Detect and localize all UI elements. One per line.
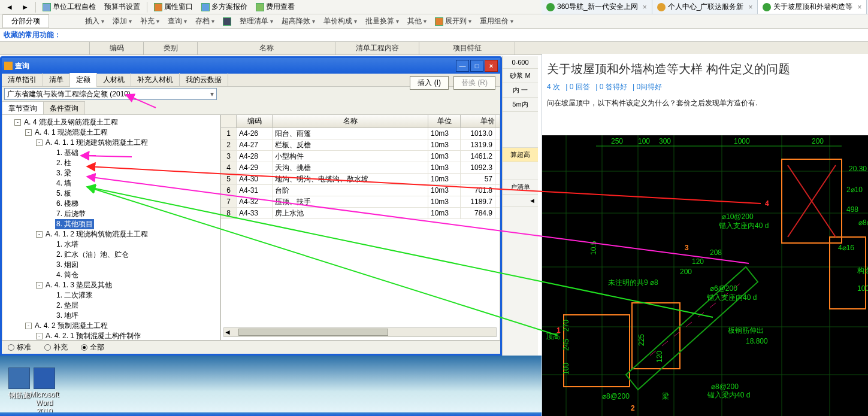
cad-drawing[interactable]: 250 100 300 1000 200 20.30 2⌀10 498 ⌀8@ … (542, 135, 868, 416)
other-menu[interactable]: 其他 (404, 15, 430, 28)
col-feature[interactable]: 项目特征 (419, 42, 515, 54)
tab-supplement-materials[interactable]: 补充人材机 (131, 73, 180, 87)
tree-label[interactable]: A. 4. 1. 1 现浇建筑物混凝土工程 (44, 138, 149, 148)
col-type[interactable]: 类别 (144, 42, 198, 54)
close-button[interactable]: × (485, 60, 498, 72)
tree-toggle-icon[interactable]: - (36, 139, 43, 146)
tree-toggle-icon[interactable]: - (36, 231, 43, 238)
tree-label[interactable]: A. 4. 2. 1 预制混凝土构件制作 (44, 331, 142, 341)
insert-menu[interactable]: 插入 (81, 15, 108, 28)
table-row[interactable]: 4A4-29天沟、挑檐10m31092.3 (221, 162, 500, 174)
tree-node[interactable]: -A. 4. 1. 1 现浇建筑物混凝土工程 (4, 138, 219, 148)
browser-tab-personal[interactable]: 个人中心_广联达服务新× (652, 0, 758, 14)
fee-view-button[interactable]: 费用查看 (252, 1, 298, 13)
archive-menu[interactable]: 存档 (192, 15, 218, 28)
desktop-icon-word[interactable]: Microsoft Word 2010 (29, 368, 60, 415)
tree-label[interactable]: A. 4 混凝土及钢筋混凝土工程 (23, 117, 119, 127)
tree-node[interactable]: 5. 板 (4, 189, 219, 199)
minimize-button[interactable]: — (456, 60, 469, 72)
tree-node[interactable]: 1. 水塔 (4, 239, 219, 250)
batch-convert-menu[interactable]: 批量换算 (362, 15, 403, 28)
nav-prev-button[interactable]: ◄ (2, 2, 17, 13)
scroll-left-icon[interactable]: ◄ (224, 328, 231, 336)
tab-quota[interactable]: 定额 (70, 73, 97, 87)
organize-menu[interactable]: 整理清单 (236, 15, 277, 28)
table-row[interactable]: 8A4-33房上水池10m3784.9 (221, 208, 500, 219)
tab-list[interactable]: 清单 (43, 73, 70, 87)
tree-label[interactable]: 6. 楼梯 (55, 199, 80, 209)
col-name[interactable]: 名称 (198, 42, 335, 54)
tree-node[interactable]: 1. 二次灌浆 (4, 290, 219, 300)
tree-label[interactable]: 5. 板 (55, 189, 72, 199)
quota-library-combo[interactable]: 广东省建筑与装饰工程综合定额 (2010) ▾ (4, 88, 217, 100)
browser-tab-360[interactable]: 360导航_新一代安全上网× (542, 0, 652, 14)
tree-toggle-icon[interactable]: - (25, 129, 32, 136)
desktop-area[interactable]: 钢筋施 Microsoft Word 2010 (0, 356, 542, 416)
tree-label[interactable]: A. 4. 1. 3 垫层及其他 (44, 280, 113, 290)
extra-height-menu[interactable]: 超高降效 (278, 15, 319, 28)
nav-next-button[interactable]: ► (18, 2, 32, 13)
tree-toggle-icon[interactable]: - (25, 323, 32, 329)
tab-list-guide[interactable]: 清单指引 (2, 73, 43, 87)
tree-label[interactable]: A. 4. 1. 2 现浇构筑物混凝土工程 (44, 229, 149, 239)
tree-node[interactable]: 2. 垫层 (4, 300, 219, 311)
tree-node[interactable]: 2. 贮水（油）池、贮仓 (4, 250, 219, 260)
supplement-menu[interactable]: 补充 (137, 15, 163, 28)
tree-label[interactable]: 4. 墙 (55, 178, 72, 189)
tab-close-icon[interactable]: × (857, 3, 861, 11)
grid-col-unit[interactable]: 单位 (428, 115, 461, 127)
table-row[interactable]: 1A4-26阳台、雨篷10m31013.0 (221, 128, 500, 139)
tree-node[interactable]: 8. 其他项目 (4, 219, 219, 229)
col-code[interactable]: 编码 (90, 42, 144, 54)
tree-node[interactable]: -A. 4. 2. 1 预制混凝土构件制作 (4, 331, 219, 341)
tree-label[interactable]: 2. 垫层 (55, 300, 80, 311)
property-window-button[interactable]: 属性窗口 (150, 1, 196, 13)
tree-toggle-icon[interactable]: - (14, 119, 21, 126)
tree-label[interactable]: A. 4. 2 预制混凝土工程 (34, 321, 109, 331)
tree-label[interactable]: 3. 梁 (55, 168, 72, 178)
radio-supplement[interactable]: 补充 (44, 342, 68, 353)
tree-node[interactable]: -A. 4. 1. 3 垫层及其他 (4, 280, 219, 290)
replace-button[interactable]: 替换 (R) (453, 76, 495, 90)
self-check-button[interactable]: 单位工程自检 (39, 1, 99, 13)
window-titlebar[interactable]: 查询 — □ × (2, 58, 500, 74)
tree-node[interactable]: 4. 墙 (4, 178, 219, 189)
budget-settings-button[interactable]: 预算书设置 (101, 1, 144, 13)
tree-node[interactable]: 3. 梁 (4, 168, 219, 178)
tree-node[interactable]: -A. 4. 2 预制混凝土工程 (4, 321, 219, 331)
table-row[interactable]: 5A4-30地沟、明沟、电缆沟、散水坡10m357 (221, 174, 500, 185)
maximize-button[interactable]: □ (470, 60, 483, 72)
tab-close-icon[interactable]: × (748, 3, 752, 11)
grid-col-rownum[interactable] (221, 115, 237, 127)
tree-node[interactable]: 1. 基础 (4, 148, 219, 158)
tree-node[interactable]: 4. 筒仓 (4, 270, 219, 280)
browser-tab-question[interactable]: 关于坡屋顶和外墙构造等× (758, 0, 867, 14)
taskbar[interactable] (0, 412, 542, 416)
query-menu[interactable]: 查询 (164, 15, 190, 28)
section-tab[interactable]: 分部分项 (2, 14, 49, 28)
table-row[interactable]: 7A4-32压顶、扶手10m31189.7 (221, 196, 500, 208)
tree-node[interactable]: -A. 4. 1 现浇混凝土工程 (4, 127, 219, 138)
table-row[interactable]: 3A4-28小型构件10m31461.2 (221, 151, 500, 162)
subtab-chapter[interactable]: 章节查询 (2, 101, 44, 114)
subtab-condition[interactable]: 条件查询 (43, 101, 85, 114)
tree-node[interactable]: 7. 后浇带 (4, 209, 219, 219)
tree-label[interactable]: 4. 筒仓 (55, 270, 80, 280)
add-menu[interactable]: 添加 (109, 15, 135, 28)
reuse-price-menu[interactable]: 重用组价 (476, 15, 517, 28)
tree-node[interactable]: 3. 烟囱 (4, 260, 219, 270)
tree-label[interactable]: 2. 柱 (55, 158, 72, 168)
tree-node[interactable]: 3. 地坪 (4, 311, 219, 321)
grid-h-scrollbar[interactable]: ◄ (223, 327, 497, 337)
grid-col-name[interactable]: 名称 (273, 115, 428, 127)
tree-node[interactable]: 6. 楼梯 (4, 199, 219, 209)
quota-tree[interactable]: -A. 4 混凝土及钢筋混凝土工程-A. 4. 1 现浇混凝土工程-A. 4. … (2, 114, 220, 341)
tree-label[interactable]: 1. 二次灌浆 (55, 290, 94, 300)
binoculars-button[interactable] (219, 16, 235, 27)
unit-price-menu[interactable]: 单价构成 (320, 15, 361, 28)
tab-cloud-data[interactable]: 我的云数据 (180, 73, 228, 87)
col-content[interactable]: 清单工程内容 (335, 42, 419, 54)
table-row[interactable]: 6A4-31台阶10m3701.8 (221, 185, 500, 196)
scroll-thumb[interactable] (238, 329, 388, 336)
insert-button[interactable]: 插入 (I) (410, 76, 449, 90)
